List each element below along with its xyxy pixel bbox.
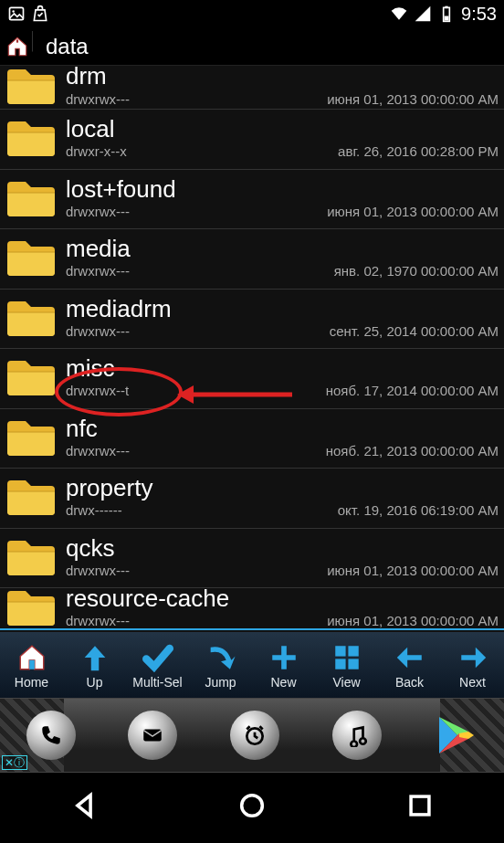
folder-row[interactable]: nfc drwxrwx--- нояб. 21, 2013 00:00:00 A…: [0, 409, 504, 469]
svg-rect-7: [335, 646, 345, 656]
tool-up[interactable]: Up: [63, 633, 126, 698]
folder-perms: drwxrwx---: [66, 91, 130, 107]
nav-recent[interactable]: [404, 790, 436, 825]
folder-icon: [5, 66, 57, 106]
folder-row[interactable]: misc drwxrwx--t нояб. 17, 2014 00:00:00 …: [0, 349, 504, 409]
path-home-button[interactable]: [2, 31, 33, 62]
folder-row[interactable]: lost+found drwxrwx--- июня 01, 2013 00:0…: [0, 170, 504, 230]
folder-icon: [5, 237, 57, 278]
folder-row[interactable]: mediadrm drwxrwx--- сент. 25, 2014 00:00…: [0, 290, 504, 350]
folder-name: misc: [66, 356, 499, 381]
folder-row[interactable]: media drwxrwx--- янв. 02, 1970 00:00:00 …: [0, 229, 504, 290]
ad-close-x: ✕: [5, 756, 14, 769]
svg-rect-8: [348, 646, 358, 656]
nav-back[interactable]: [68, 790, 100, 825]
folder-name: qcks: [66, 536, 499, 561]
folder-name: media: [66, 237, 499, 261]
tool-back[interactable]: Back: [378, 633, 441, 698]
status-time: 9:53: [461, 4, 497, 25]
folder-icon: [5, 537, 57, 577]
ad-music-icon[interactable]: [332, 711, 382, 760]
folder-date: июня 01, 2013 00:00:00 AM: [327, 613, 499, 628]
folder-perms: drwxrwx--t: [66, 383, 129, 398]
folder-name: local: [66, 117, 499, 142]
folder-date: сент. 25, 2014 00:00:00 AM: [330, 323, 499, 339]
android-navbar: [0, 773, 504, 842]
folder-perms: drwxrwx---: [66, 613, 130, 628]
ad-phone-icon[interactable]: [26, 711, 76, 760]
folder-row[interactable]: property drwx------ окт. 19, 2016 06:19:…: [0, 469, 504, 529]
folder-icon: [5, 178, 57, 218]
folder-icon: [5, 417, 57, 458]
folder-perms: drwxrwx---: [66, 563, 130, 578]
folder-date: июня 01, 2013 00:00:00 AM: [327, 204, 499, 219]
svg-rect-11: [144, 730, 163, 742]
folder-date: янв. 02, 1970 00:00:00 AM: [334, 263, 499, 279]
plus-icon: [268, 642, 299, 673]
folder-date: нояб. 21, 2013 00:00:00 AM: [326, 443, 499, 458]
grid-icon: [331, 642, 362, 673]
left-arrow-icon: [394, 642, 425, 673]
ad-play-store-icon[interactable]: [434, 713, 478, 757]
folder-perms: drwxrwx---: [66, 204, 130, 219]
svg-rect-3: [445, 6, 447, 8]
folder-date: нояб. 17, 2014 00:00:00 AM: [326, 383, 499, 398]
tool-label: New: [270, 675, 296, 690]
svg-point-1: [12, 10, 15, 13]
tool-jump[interactable]: Jump: [189, 633, 252, 698]
bottom-toolbar: Home Up Multi-Sel Jump New View Back Nex…: [0, 632, 504, 698]
tool-next[interactable]: Next: [441, 633, 504, 698]
ad-mail-icon[interactable]: [128, 711, 177, 760]
svg-rect-5: [16, 39, 17, 42]
folder-perms: drwxrwx---: [66, 263, 130, 279]
svg-point-13: [242, 796, 263, 817]
ad-close-button[interactable]: ✕ⓘ: [2, 755, 27, 770]
folder-icon: [5, 357, 57, 397]
folder-icon: [5, 298, 57, 338]
file-list[interactable]: drm drwxrwx--- июня 01, 2013 00:00:00 AM…: [0, 66, 504, 632]
folder-row[interactable]: local drwxr-x--x авг. 26, 2016 00:28:00 …: [0, 110, 504, 170]
breadcrumb-segment[interactable]: data: [37, 30, 98, 63]
tool-label: View: [332, 675, 360, 690]
folder-date: авг. 26, 2016 00:28:00 PM: [338, 143, 499, 159]
svg-rect-9: [335, 659, 345, 669]
folder-icon: [5, 118, 57, 158]
folder-name: resource-cache: [66, 588, 499, 611]
path-bar: data: [0, 27, 504, 66]
folder-row[interactable]: qcks drwxrwx--- июня 01, 2013 00:00:00 A…: [0, 529, 504, 589]
tool-label: Multi-Sel: [132, 675, 182, 690]
folder-name: mediadrm: [66, 297, 499, 321]
jump-icon: [205, 642, 236, 673]
tool-label: Next: [459, 675, 486, 690]
svg-rect-14: [411, 796, 429, 815]
tool-label: Back: [395, 675, 424, 690]
wifi-icon: [390, 5, 408, 23]
folder-perms: drwxrwx---: [66, 443, 130, 458]
battery-icon: [437, 5, 456, 23]
svg-rect-10: [348, 659, 358, 669]
nav-home[interactable]: [236, 790, 268, 825]
folder-row[interactable]: drm drwxrwx--- июня 01, 2013 00:00:00 AM: [0, 66, 504, 110]
folder-perms: drwxr-x--x: [66, 143, 127, 159]
ad-banner[interactable]: ✕ⓘ: [0, 698, 504, 773]
check-icon: [142, 642, 173, 673]
folder-date: июня 01, 2013 00:00:00 AM: [327, 563, 499, 578]
tool-view[interactable]: View: [315, 633, 378, 698]
folder-row[interactable]: resource-cache drwxrwx--- июня 01, 2013 …: [0, 588, 504, 630]
folder-name: nfc: [66, 416, 499, 441]
folder-name: property: [66, 476, 499, 501]
ad-info-icon: ⓘ: [14, 755, 25, 771]
folder-name: drm: [66, 66, 499, 90]
tool-new[interactable]: New: [252, 633, 315, 698]
right-arrow-icon: [457, 642, 488, 673]
tool-multisel[interactable]: Multi-Sel: [126, 633, 189, 698]
tool-home[interactable]: Home: [0, 633, 63, 698]
folder-name: lost+found: [66, 177, 499, 202]
tool-label: Jump: [205, 675, 236, 690]
folder-icon: [5, 588, 57, 627]
folder-date: июня 01, 2013 00:00:00 AM: [327, 91, 499, 107]
folder-perms: drwxrwx---: [66, 323, 130, 339]
ad-alarm-icon[interactable]: [230, 711, 279, 760]
folder-perms: drwx------: [66, 502, 122, 518]
tool-label: Home: [15, 675, 48, 690]
